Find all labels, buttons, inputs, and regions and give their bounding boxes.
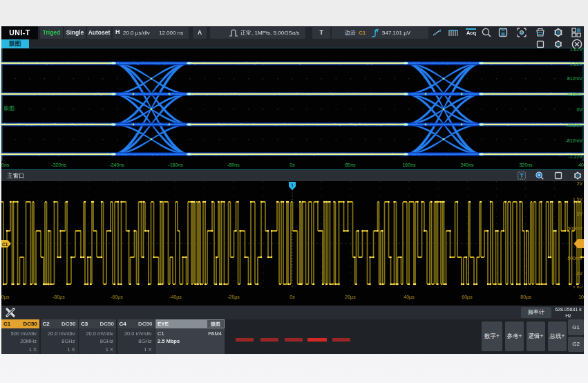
svg-text:-812mV: -812mV xyxy=(565,138,582,143)
svg-text:-1.22V: -1.22V xyxy=(568,154,582,159)
svg-text:C1: C1 xyxy=(2,242,8,247)
svg-text:406mV: 406mV xyxy=(567,92,583,97)
svg-text:500mV: 500mV xyxy=(567,226,582,231)
svg-text:-406mV: -406mV xyxy=(565,123,582,128)
svg-text:眼图: 眼图 xyxy=(4,105,15,111)
svg-text:1V: 1V xyxy=(577,212,583,216)
svg-text:1.62V: 1.62V xyxy=(570,48,583,52)
svg-text:0V: 0V xyxy=(576,107,582,112)
svg-text:-1V: -1V xyxy=(575,271,582,276)
svg-text:812mV: 812mV xyxy=(567,76,583,81)
svg-text:1.5V: 1.5V xyxy=(573,197,582,202)
svg-text:1.22V: 1.22V xyxy=(570,62,583,66)
svg-text:-500mV: -500mV xyxy=(566,256,582,261)
svg-text:2V: 2V xyxy=(577,181,583,186)
